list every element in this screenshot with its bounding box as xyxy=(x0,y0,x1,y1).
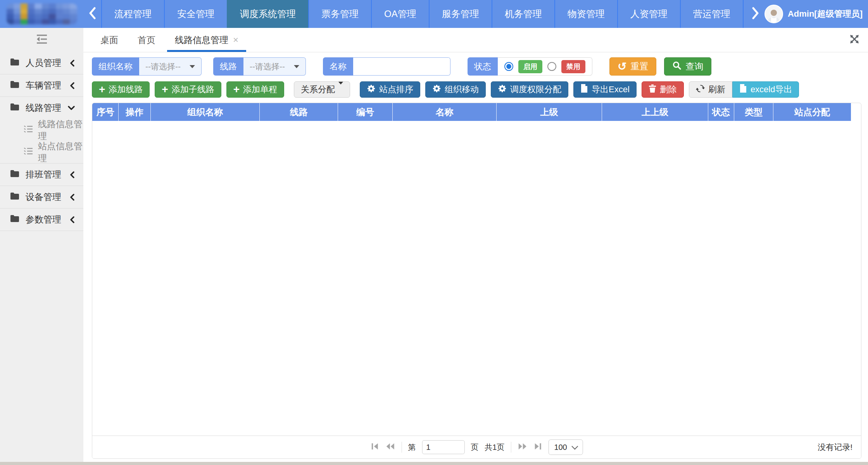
nav-item-4[interactable]: 票务管理 xyxy=(308,0,371,28)
toolbar-button-10[interactable]: 刷新 xyxy=(689,81,732,98)
sidebar-item-label: 车辆管理 xyxy=(26,79,61,91)
pagination-divider xyxy=(511,442,511,453)
sidebar-item-6[interactable]: 参数管理 xyxy=(0,208,83,231)
nav-scroll-right-button[interactable] xyxy=(747,0,764,28)
toolbar-button-8[interactable]: 导出Excel xyxy=(573,81,637,98)
nav-item-6[interactable]: 服务管理 xyxy=(429,0,492,28)
tab-label: 线路信息管理 xyxy=(175,34,228,46)
prev-page-icon xyxy=(385,443,395,452)
user-menu[interactable]: Admin[超级管理员] xyxy=(764,0,868,28)
sidebar-group-4: 排班管理 xyxy=(0,164,83,186)
column-header-10: 类型 xyxy=(734,103,774,121)
sidebar-group-1: 人员管理 xyxy=(0,52,83,74)
line-select-value: --请选择-- xyxy=(250,61,285,72)
toolbar-button-9[interactable]: 删除 xyxy=(642,81,684,98)
toolbar-button-5[interactable]: 站点排序 xyxy=(360,81,420,98)
nav-item-2[interactable]: 安全管理 xyxy=(164,0,227,28)
nav-item-1[interactable]: 流程管理 xyxy=(101,0,164,28)
toolbar-button-2[interactable]: +添加子线路 xyxy=(155,81,221,98)
tab-1[interactable]: 桌面 xyxy=(93,28,126,52)
org-select[interactable]: --请选择-- xyxy=(139,57,202,76)
toolbar-button-7[interactable]: 调度权限分配 xyxy=(491,81,568,98)
nav-item-11[interactable]: 汽修 xyxy=(743,0,747,28)
records-status-label: 没有记录! xyxy=(818,442,852,453)
line-label: 线路 xyxy=(213,57,243,76)
total-pages-label: 共1页 xyxy=(485,442,504,453)
nav-item-8[interactable]: 物资管理 xyxy=(554,0,617,28)
sidebar-item-2[interactable]: 车辆管理 xyxy=(0,74,83,96)
enabled-badge[interactable]: 启用 xyxy=(518,60,542,73)
nav-item-10[interactable]: 营运管理 xyxy=(680,0,743,28)
fullscreen-button[interactable] xyxy=(849,28,864,52)
reset-button-label: 重置 xyxy=(630,60,648,72)
sidebar-menu: 人员管理车辆管理线路管理线路信息管理站点信息管理排班管理设备管理参数管理 xyxy=(0,52,83,462)
sidebar-item-1[interactable]: 人员管理 xyxy=(0,52,83,74)
toolbar-button-label: 关系分配 xyxy=(301,84,335,95)
toolbar-button-1[interactable]: +添加线路 xyxy=(92,81,150,98)
status-label: 状态 xyxy=(468,57,498,76)
folder-icon xyxy=(10,169,19,180)
radio-enabled[interactable] xyxy=(504,62,513,71)
folder-icon xyxy=(10,192,19,202)
nav-item-9[interactable]: 人资管理 xyxy=(617,0,680,28)
page-body: 组织名称 --请选择-- 线路 --请选择-- xyxy=(83,52,868,462)
chevron-down-icon xyxy=(571,443,578,450)
column-header-7: 上级 xyxy=(497,103,602,121)
sidebar-subitem-3-2[interactable]: 站点信息管理 xyxy=(0,141,83,163)
tab-2[interactable]: 首页 xyxy=(130,28,163,52)
disabled-badge[interactable]: 禁用 xyxy=(561,60,585,73)
nav-scroll-left-button[interactable] xyxy=(83,0,101,28)
reset-button[interactable]: ↺ 重置 xyxy=(609,57,656,76)
toolbar-button-3[interactable]: +添加单程 xyxy=(226,81,284,98)
page-number-input[interactable] xyxy=(422,440,464,454)
sidebar-group-6: 参数管理 xyxy=(0,208,83,231)
line-select[interactable]: --请选择-- xyxy=(243,57,306,76)
plus-icon: + xyxy=(162,84,168,95)
sidebar-item-3[interactable]: 线路管理 xyxy=(0,97,83,119)
sidebar-item-label: 设备管理 xyxy=(26,191,61,203)
tab-3[interactable]: 线路信息管理× xyxy=(167,28,246,52)
sidebar-group-2: 车辆管理 xyxy=(0,74,83,97)
sidebar-group-5: 设备管理 xyxy=(0,186,83,208)
sidebar-item-5[interactable]: 设备管理 xyxy=(0,186,83,208)
search-button[interactable]: 查询 xyxy=(664,57,711,76)
data-table: 序号操作组织名称线路编号名称上级上上级状态类型站点分配 第 xyxy=(92,103,861,459)
chevron-left-icon xyxy=(69,216,75,223)
chevron-left-icon xyxy=(69,171,75,178)
column-header-9: 状态 xyxy=(708,103,734,121)
sidebar-collapse-button[interactable] xyxy=(0,28,83,52)
app-logo xyxy=(0,0,83,28)
close-icon[interactable]: × xyxy=(233,35,238,45)
chevron-left-icon xyxy=(69,194,75,201)
sidebar: 人员管理车辆管理线路管理线路信息管理站点信息管理排班管理设备管理参数管理 xyxy=(0,28,83,462)
sidebar-subitem-3-1[interactable]: 线路信息管理 xyxy=(0,119,83,141)
nav-item-5[interactable]: OA管理 xyxy=(371,0,429,28)
list-icon xyxy=(24,125,33,135)
caret-down-icon xyxy=(190,65,195,68)
nav-item-3[interactable]: 调度系统管理 xyxy=(227,0,308,28)
toolbar-button-4[interactable]: 关系分配 xyxy=(294,81,350,98)
column-header-5: 编号 xyxy=(338,103,393,121)
org-select-value: --请选择-- xyxy=(145,61,181,72)
refresh-icon xyxy=(696,84,705,95)
toolbar-button-11[interactable]: exceld导出 xyxy=(732,81,799,98)
name-input[interactable] xyxy=(353,58,450,75)
nav-item-7[interactable]: 机务管理 xyxy=(492,0,554,28)
chevron-left-icon xyxy=(69,82,75,89)
last-page-button[interactable] xyxy=(533,443,542,452)
page-size-select[interactable]: 100 xyxy=(548,439,583,455)
name-label: 名称 xyxy=(323,57,353,76)
page-prefix-label: 第 xyxy=(408,442,416,453)
sidebar-item-label: 线路管理 xyxy=(26,102,61,114)
folder-icon xyxy=(10,103,19,113)
gear-icon xyxy=(432,84,441,95)
sidebar-item-4[interactable]: 排班管理 xyxy=(0,164,83,186)
next-page-button[interactable] xyxy=(517,443,527,452)
prev-page-button[interactable] xyxy=(385,443,395,452)
radio-disabled[interactable] xyxy=(547,62,556,71)
pagination-bar: 第 页 共1页 100 xyxy=(92,436,861,458)
first-page-button[interactable] xyxy=(370,443,379,452)
chevron-down-icon xyxy=(68,105,75,111)
toolbar-button-6[interactable]: 组织移动 xyxy=(425,81,486,98)
column-header-2: 操作 xyxy=(119,103,150,121)
